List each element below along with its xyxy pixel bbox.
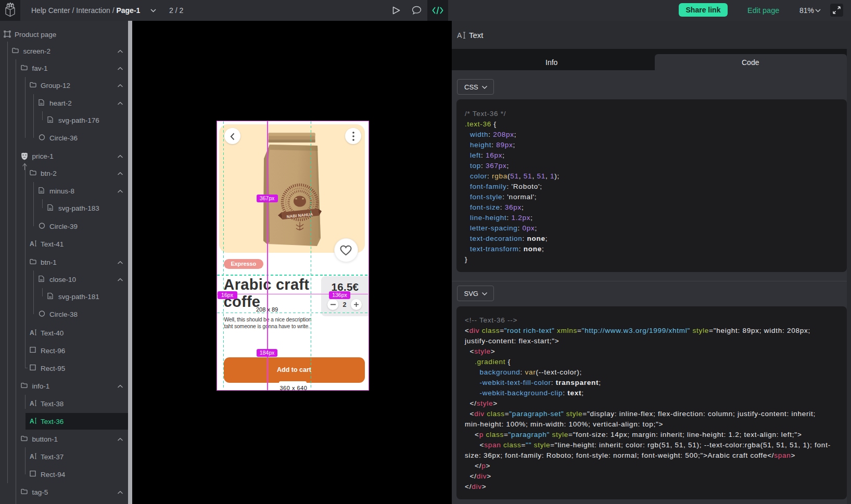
svg-text:A: A <box>30 418 34 424</box>
svg-text:A: A <box>457 31 462 39</box>
svg-text:A: A <box>30 453 34 459</box>
svg-text:A: A <box>30 240 34 247</box>
svg-text:A: A <box>30 399 34 406</box>
svg-text:A: A <box>30 329 34 335</box>
